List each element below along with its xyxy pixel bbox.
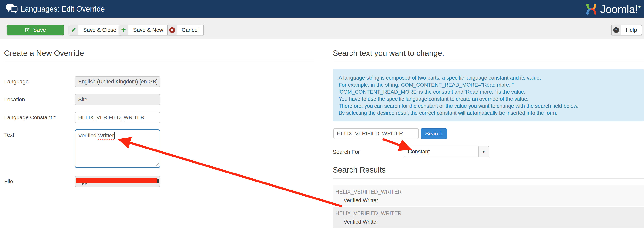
text-cursor: [114, 132, 115, 138]
save-new-button[interactable]: + Save & New: [119, 24, 168, 35]
joomla-knot-icon: [585, 3, 598, 16]
result-constant: HELIX_VERIFIED_WRITER: [336, 210, 402, 216]
language-constant-input[interactable]: HELIX_VERIFIED_WRITER: [75, 112, 160, 123]
result-constant: HELIX_VERIFIED_WRITER: [336, 189, 402, 195]
info-line-4: You have to use the specific language co…: [338, 96, 638, 102]
save-button[interactable]: Save: [7, 24, 64, 35]
search-button-label: Search: [425, 130, 442, 137]
file-path-sliver: [157, 178, 159, 183]
location-label: Location: [4, 96, 25, 103]
results-divider: [333, 178, 644, 179]
search-result-row[interactable]: HELIX_VERIFIED_WRITER Verified Writter: [333, 186, 644, 206]
info-line-1: A language string is composed of two par…: [338, 74, 638, 82]
create-override-heading: Create a New Override: [4, 49, 84, 58]
help-button[interactable]: ? Help: [611, 24, 642, 35]
info-line-6: By selecting the desired result the corr…: [338, 110, 638, 116]
pencil-square-icon: [24, 27, 30, 33]
language-label: Language: [4, 78, 29, 85]
location-field: Site: [75, 94, 160, 105]
value-link[interactable]: Read more:: [466, 89, 495, 95]
save-close-button[interactable]: ✔ Save & Close: [69, 24, 122, 35]
search-for-select[interactable]: Constant ▼: [404, 146, 489, 157]
language-constant-value: HELIX_VERIFIED_WRITER: [78, 114, 144, 120]
cancel-label: Cancel: [177, 27, 203, 33]
save-close-label: Save & Close: [78, 27, 121, 33]
joomla-wordmark: Joomla!®: [600, 3, 640, 16]
search-input[interactable]: HELIX_VERIFIED_WRITER: [333, 128, 419, 139]
text-value: Verified: [78, 132, 98, 138]
save-new-label: Save & New: [128, 27, 168, 33]
constant-link[interactable]: COM_CONTENT_READ_MORE: [340, 89, 417, 95]
text-value-misspelled: Writter: [98, 132, 114, 140]
result-value: Verified Writter: [344, 219, 378, 225]
save-button-label: Save: [33, 27, 46, 33]
joomla-logo: Joomla!®: [585, 0, 640, 18]
right-divider: [333, 61, 644, 61]
check-icon: ✔: [69, 25, 78, 35]
file-label: File: [4, 178, 13, 184]
search-text-heading: Search text you want to change.: [333, 49, 444, 58]
search-input-value: HELIX_VERIFIED_WRITER: [337, 130, 403, 136]
registered-mark: ®: [638, 5, 640, 8]
search-for-label: Search For: [333, 149, 360, 155]
search-for-selected-value: Constant: [404, 146, 478, 157]
text-textarea[interactable]: Verified Writter: [75, 130, 160, 168]
search-result-row[interactable]: HELIX_VERIFIED_WRITER Verified Writter: [333, 207, 644, 228]
text-label: Text: [4, 132, 14, 138]
info-box: A language string is composed of two par…: [333, 69, 644, 122]
language-field: English (United Kingdom) [en-GB]: [75, 76, 160, 87]
info-line-5: Therefore, you can search for the consta…: [338, 102, 638, 110]
resize-handle[interactable]: [155, 162, 159, 166]
plus-icon: +: [119, 25, 128, 35]
redaction-rectangle: [76, 178, 158, 183]
info-line-3-post: ' is the value.: [495, 89, 525, 95]
search-button[interactable]: Search: [421, 128, 447, 139]
cancel-circle-icon: ×: [168, 25, 177, 35]
caret-down-icon[interactable]: ▼: [478, 146, 489, 157]
location-value: Site: [78, 96, 88, 103]
page-title: Languages: Edit Override: [21, 0, 105, 18]
comments-icon: [6, 3, 18, 15]
result-value: Verified Writter: [344, 198, 378, 204]
question-circle-icon: ?: [612, 25, 621, 35]
info-line-3-mid: ' is the constant and ': [417, 89, 466, 95]
help-label: Help: [621, 27, 642, 33]
search-results-heading: Search Results: [333, 166, 386, 174]
info-line-3: 'COM_CONTENT_READ_MORE' is the constant …: [338, 88, 638, 96]
header-bar: Languages: Edit Override Joomla!®: [0, 0, 644, 18]
cancel-button[interactable]: × Cancel: [167, 24, 204, 35]
toolbar: Save ✔ Save & Close + Save & New × Cance…: [0, 18, 644, 39]
language-constant-label: Language Constant *: [4, 114, 56, 120]
left-divider: [4, 61, 315, 61]
language-value: English (United Kingdom) [en-GB]: [78, 79, 158, 85]
info-line-2: For example, in the string: COM_CONTENT_…: [338, 82, 638, 88]
